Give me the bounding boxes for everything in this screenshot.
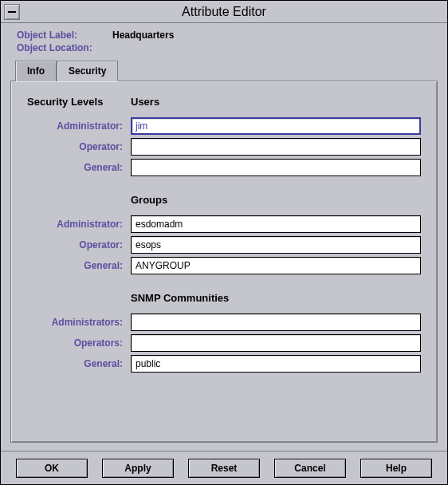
groups-admin-label: Administrator: (27, 219, 131, 230)
window-menu-button[interactable] (4, 4, 20, 20)
titlebar: Attribute Editor (1, 1, 447, 23)
snmp-admins-input[interactable] (131, 313, 421, 331)
help-button[interactable]: Help (360, 459, 432, 478)
users-heading: Users (131, 96, 421, 108)
users-operator-label: Operator: (27, 141, 131, 152)
users-general-label: General: (27, 162, 131, 173)
groups-operator-input[interactable] (131, 236, 421, 254)
tab-security[interactable]: Security (57, 61, 118, 81)
users-operator-input[interactable] (131, 138, 421, 156)
groups-heading: Groups (131, 194, 421, 206)
window-title: Attribute Editor (25, 5, 423, 19)
button-bar: OK Apply Reset Cancel Help (1, 451, 447, 484)
security-panel: Security Levels Users Administrator: Ope… (10, 81, 438, 443)
header-area: Object Label: Headquarters Object Locati… (1, 23, 447, 60)
cancel-button[interactable]: Cancel (274, 459, 346, 478)
snmp-admins-label: Administrators: (27, 317, 131, 328)
snmp-general-label: General: (27, 358, 131, 369)
groups-admin-input[interactable] (131, 215, 421, 233)
groups-general-label: General: (27, 260, 131, 271)
users-admin-label: Administrator: (27, 120, 131, 132)
users-admin-input[interactable] (131, 117, 421, 135)
apply-button[interactable]: Apply (102, 459, 174, 478)
snmp-heading: SNMP Communities (131, 292, 421, 304)
object-location-label: Object Location: (17, 42, 112, 53)
tab-row: Info Security (10, 60, 438, 81)
snmp-operators-input[interactable] (131, 334, 421, 352)
groups-general-input[interactable] (131, 257, 421, 274)
tab-info[interactable]: Info (15, 61, 57, 81)
ok-button[interactable]: OK (16, 459, 88, 478)
window-menu-icon (8, 11, 16, 13)
tab-area: Info Security Security Levels Users Admi… (1, 60, 447, 451)
snmp-general-input[interactable] (131, 355, 421, 373)
object-label-value: Headquarters (112, 30, 174, 41)
object-label-label: Object Label: (17, 30, 112, 41)
snmp-operators-label: Operators: (27, 337, 131, 349)
reset-button[interactable]: Reset (188, 459, 260, 478)
users-general-input[interactable] (131, 159, 421, 176)
attribute-editor-window: Attribute Editor Object Label: Headquart… (0, 0, 448, 485)
security-levels-heading: Security Levels (27, 96, 131, 108)
groups-operator-label: Operator: (27, 239, 131, 250)
